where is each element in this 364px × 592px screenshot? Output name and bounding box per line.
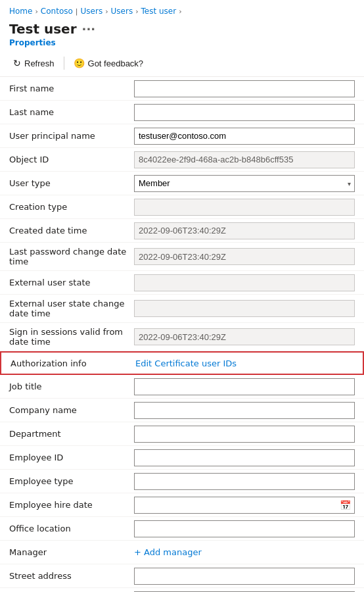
value-user-type: Member Guest ▾ (134, 175, 355, 192)
breadcrumb-sep-3: › (105, 7, 108, 16)
value-external-state (134, 274, 355, 291)
label-last-name: Last name (9, 103, 134, 121)
field-signin-sessions: Sign in sessions valid from date time (0, 323, 364, 351)
refresh-label: Refresh (24, 59, 55, 68)
label-authorization-info: Authorization info (11, 355, 135, 372)
value-first-name (134, 80, 355, 97)
edit-certificate-link[interactable]: Edit Certificate user IDs (135, 358, 237, 368)
breadcrumb-contoso[interactable]: Contoso (41, 7, 73, 16)
field-external-state: External user state (0, 271, 364, 295)
feedback-button[interactable]: 🙂 Got feedback? (70, 55, 148, 71)
field-last-pwd-change: Last password change date time (0, 243, 364, 271)
label-office-location: Office location (9, 520, 134, 537)
value-employee-id (134, 449, 355, 466)
toolbar-divider (64, 57, 64, 70)
label-object-id: Object ID (9, 151, 134, 168)
field-office-location: Office location (0, 517, 364, 541)
value-authorization-info: Edit Certificate user IDs (135, 358, 353, 368)
breadcrumb-test-user[interactable]: Test user (141, 7, 177, 16)
select-wrapper-user-type: Member Guest ▾ (134, 175, 355, 192)
value-external-state-change (134, 300, 355, 317)
value-upn (134, 128, 355, 145)
breadcrumb-users-2[interactable]: Users (111, 7, 133, 16)
breadcrumb-sep-4: › (135, 7, 138, 16)
value-manager: + Add manager (134, 547, 355, 557)
input-department[interactable] (134, 426, 355, 443)
label-manager: Manager (9, 543, 134, 561)
value-street-address (134, 568, 355, 585)
value-signin-sessions (134, 328, 355, 345)
input-first-name[interactable] (134, 80, 355, 97)
input-employee-id[interactable] (134, 449, 355, 466)
input-street-address[interactable] (134, 568, 355, 585)
field-employee-type: Employee type (0, 470, 364, 493)
input-upn[interactable] (134, 128, 355, 145)
value-employee-type (134, 473, 355, 490)
label-company-name: Company name (9, 401, 134, 419)
field-upn: User principal name (0, 124, 364, 148)
field-creation-type: Creation type (0, 195, 364, 219)
label-first-name: First name (9, 80, 134, 97)
breadcrumb: Home › Contoso | Users › Users › Test us… (0, 0, 364, 18)
field-authorization-info: Authorization info Edit Certificate user… (0, 351, 364, 375)
page-title-container: Test user ··· (0, 18, 364, 37)
select-user-type[interactable]: Member Guest (134, 175, 355, 192)
feedback-label: Got feedback? (88, 59, 144, 68)
value-job-title (134, 378, 355, 395)
input-job-title[interactable] (134, 378, 355, 395)
label-created-date: Created date time (9, 222, 134, 239)
input-external-state[interactable] (134, 274, 355, 291)
label-street-address: Street address (9, 567, 134, 585)
label-creation-type: Creation type (9, 198, 134, 216)
value-office-location (134, 520, 355, 537)
field-employee-hire-date: Employee hire date 📅 (0, 493, 364, 517)
label-signin-sessions: Sign in sessions valid from date time (9, 323, 134, 351)
input-created-date[interactable] (134, 222, 355, 239)
value-last-name (134, 104, 355, 121)
field-manager: Manager + Add manager (0, 541, 364, 564)
value-last-pwd-change (134, 248, 355, 265)
input-object-id[interactable] (134, 151, 355, 168)
feedback-icon: 🙂 (74, 58, 85, 68)
breadcrumb-sep-2: | (76, 7, 78, 16)
refresh-button[interactable]: ↻ Refresh (9, 55, 58, 71)
breadcrumb-home[interactable]: Home (9, 7, 32, 16)
label-employee-type: Employee type (9, 472, 134, 490)
field-created-date: Created date time (0, 219, 364, 243)
label-external-state-change: External user state change date time (9, 295, 134, 322)
input-creation-type[interactable] (134, 199, 355, 216)
value-company-name (134, 402, 355, 419)
label-user-type: User type (9, 174, 134, 192)
field-city: City (0, 588, 364, 592)
input-employee-type[interactable] (134, 473, 355, 490)
input-last-pwd-change[interactable] (134, 248, 355, 265)
input-signin-sessions[interactable] (134, 328, 355, 345)
page-title: Test user (9, 21, 77, 37)
field-last-name: Last name (0, 101, 364, 124)
field-job-title: Job title (0, 375, 364, 399)
breadcrumb-users-1[interactable]: Users (81, 7, 103, 16)
value-object-id (134, 151, 355, 168)
label-employee-hire-date: Employee hire date (9, 496, 134, 514)
label-department: Department (9, 425, 134, 443)
input-office-location[interactable] (134, 520, 355, 537)
label-upn: User principal name (9, 127, 134, 145)
refresh-icon: ↻ (13, 58, 21, 68)
add-manager-link[interactable]: + Add manager (134, 547, 355, 557)
input-last-name[interactable] (134, 104, 355, 121)
field-company-name: Company name (0, 399, 364, 422)
page-title-ellipsis[interactable]: ··· (82, 22, 96, 36)
breadcrumb-sep-1: › (35, 7, 37, 16)
input-company-name[interactable] (134, 402, 355, 419)
field-external-state-change: External user state change date time (0, 295, 364, 323)
label-last-pwd-change: Last password change date time (9, 243, 134, 270)
date-wrapper-hire-date: 📅 (134, 497, 355, 514)
input-employee-hire-date[interactable] (134, 497, 355, 514)
value-employee-hire-date: 📅 (134, 497, 355, 514)
label-job-title: Job title (9, 378, 134, 395)
input-external-state-change[interactable] (134, 300, 355, 317)
field-department: Department (0, 422, 364, 446)
value-department (134, 426, 355, 443)
field-object-id: Object ID (0, 148, 364, 172)
field-first-name: First name (0, 77, 364, 101)
